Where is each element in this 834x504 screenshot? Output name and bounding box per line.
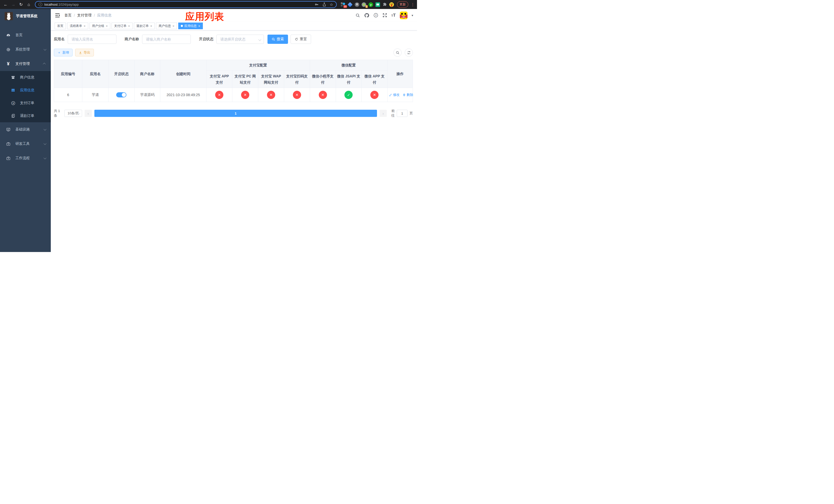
- sidebar-item-infrastructure[interactable]: 基础设施: [0, 122, 51, 137]
- close-icon[interactable]: ×: [106, 24, 108, 28]
- sidebar-item-dev-tools[interactable]: 研发工具: [0, 137, 51, 151]
- shop-icon: [10, 75, 16, 79]
- sidebar-item-home[interactable]: 首页: [0, 28, 51, 42]
- tag-pay-order[interactable]: 支付订单×: [112, 23, 133, 29]
- download-icon: [79, 51, 82, 54]
- reload-icon[interactable]: ↻: [18, 2, 24, 8]
- trash-icon: [403, 93, 406, 96]
- address-bar[interactable]: i localhost:1024/pay/app ☆: [35, 1, 337, 8]
- caret-down-icon[interactable]: ▾: [412, 14, 413, 17]
- back-icon[interactable]: ←: [3, 2, 9, 8]
- export-button[interactable]: 导出: [75, 49, 94, 56]
- sidebar-item-payment[interactable]: ¥ 支付管理: [0, 56, 51, 71]
- table-row: 6 芋道 芋道源码 2021-10-23 08:49:25 ✕ ✕ ✕ ✕ ✕ …: [54, 88, 413, 102]
- current-page-button[interactable]: 1: [94, 110, 377, 117]
- breadcrumb-home[interactable]: 首页: [64, 13, 71, 18]
- edit-link[interactable]: 修改: [389, 93, 399, 97]
- tag-refund-order[interactable]: 退款订单×: [134, 23, 155, 29]
- annotation-title: 应用列表: [185, 10, 224, 23]
- extensions-puzzle-icon[interactable]: [382, 2, 387, 7]
- close-icon[interactable]: ×: [128, 24, 130, 28]
- tag-process-form[interactable]: 流程表单×: [67, 23, 88, 29]
- github-icon[interactable]: [364, 13, 369, 18]
- sidebar-item-system[interactable]: 系统管理: [0, 42, 51, 56]
- home-icon[interactable]: ⌂: [26, 2, 32, 8]
- col-alipay-qr: 支付宝扫码支付: [284, 70, 310, 88]
- reset-button[interactable]: 重置: [290, 35, 311, 44]
- browser-extensions: 10 ⌘ 1 y: [341, 2, 394, 7]
- status-select-input[interactable]: [216, 35, 264, 44]
- prev-page-button[interactable]: ‹: [85, 110, 92, 117]
- sidebar-item-pay-order[interactable]: ¥ 支付订单: [0, 97, 51, 110]
- extension-camera-icon[interactable]: 1: [361, 2, 366, 7]
- svg-text:¥: ¥: [13, 102, 14, 104]
- search-icon[interactable]: [355, 13, 360, 18]
- tag-label: 退款订单: [136, 24, 149, 28]
- menu-fold-icon[interactable]: [54, 13, 60, 18]
- tag-home[interactable]: 首页: [54, 23, 66, 29]
- extension-yudao-icon[interactable]: y: [369, 2, 373, 7]
- tag-app-info[interactable]: 应用信息×: [178, 23, 203, 29]
- tag-label: 支付订单: [114, 24, 127, 28]
- sidebar-item-app-info[interactable]: 应用信息: [0, 84, 51, 97]
- browser-update-button[interactable]: 更新: [397, 1, 408, 8]
- col-status: 开启状态: [109, 60, 135, 88]
- payment-submenu: 商户信息 应用信息 ¥ 支付订单 退款订单: [0, 71, 51, 122]
- refresh-button[interactable]: [405, 48, 413, 56]
- close-icon[interactable]: ×: [198, 24, 200, 28]
- extension-grid-icon[interactable]: 10: [341, 2, 346, 7]
- close-icon[interactable]: ×: [84, 24, 86, 28]
- chevron-up-icon: [43, 63, 46, 66]
- sidebar-item-workflow[interactable]: 工作流程: [0, 151, 51, 165]
- app-name-input[interactable]: [68, 35, 116, 44]
- wechat-app-status-icon: ✕: [370, 91, 378, 99]
- toggle-search-button[interactable]: [393, 48, 402, 56]
- status-select[interactable]: [216, 35, 264, 44]
- fullscreen-icon[interactable]: [382, 13, 387, 18]
- extension-chat-icon[interactable]: [375, 2, 380, 7]
- browser-menu-icon[interactable]: ⋮: [411, 2, 414, 7]
- cell-merchant: 芋道源码: [134, 88, 160, 102]
- goto-page-input[interactable]: [397, 110, 408, 117]
- extension-command-icon[interactable]: ⌘: [355, 2, 359, 7]
- forward-icon[interactable]: →: [10, 2, 16, 8]
- active-dot: [181, 25, 183, 27]
- status-toggle[interactable]: [116, 92, 127, 97]
- site-info-icon[interactable]: i: [39, 3, 42, 6]
- breadcrumb-payment[interactable]: 支付管理: [77, 13, 91, 18]
- bookmark-star-icon[interactable]: ☆: [330, 2, 333, 7]
- user-avatar[interactable]: [400, 12, 408, 19]
- close-icon[interactable]: ×: [172, 24, 174, 28]
- add-button[interactable]: ＋ 新增: [54, 49, 72, 56]
- sidebar-item-label: 应用信息: [20, 88, 35, 93]
- chevron-down-icon: [44, 156, 46, 159]
- extension-emoji-icon[interactable]: [389, 2, 394, 7]
- tag-user-group[interactable]: 用户分组×: [89, 23, 111, 29]
- extension-badge: 1: [366, 5, 368, 8]
- font-size-icon[interactable]: TT: [391, 13, 396, 18]
- browser-toolbar: ← → ↻ ⌂ i localhost:1024/pay/app ☆ 10 ⌘ …: [0, 0, 417, 9]
- close-icon[interactable]: ×: [150, 24, 152, 28]
- search-button[interactable]: 搜索: [267, 35, 288, 44]
- col-actions: 操作: [388, 60, 413, 88]
- extension-badge: 10: [344, 5, 347, 8]
- tag-label: 商户信息: [158, 24, 171, 28]
- sidebar-item-merchant-info[interactable]: 商户信息: [0, 71, 51, 84]
- next-page-button[interactable]: ›: [379, 110, 387, 117]
- page-size-select[interactable]: 10条/页: [64, 110, 82, 117]
- merchant-name-label: 商户名称: [125, 37, 139, 42]
- sidebar-logo[interactable]: 芋道管理系统: [0, 9, 51, 23]
- cell-app-id: 6: [54, 88, 82, 102]
- tag-merchant-info[interactable]: 商户信息×: [156, 23, 177, 29]
- sidebar-item-label: 支付订单: [20, 101, 35, 105]
- url-path: :1024/pay/app: [58, 3, 79, 6]
- delete-link[interactable]: 删除: [403, 93, 413, 97]
- sidebar-item-refund-order[interactable]: 退款订单: [0, 110, 51, 122]
- password-key-icon[interactable]: [314, 2, 319, 7]
- merchant-name-input[interactable]: [142, 35, 191, 44]
- help-icon[interactable]: ?: [373, 13, 378, 18]
- share-icon[interactable]: [322, 2, 326, 7]
- url-text[interactable]: localhost:1024/pay/app: [44, 3, 312, 6]
- goto-label: 前往: [391, 109, 395, 118]
- extension-kite-icon[interactable]: [348, 2, 352, 7]
